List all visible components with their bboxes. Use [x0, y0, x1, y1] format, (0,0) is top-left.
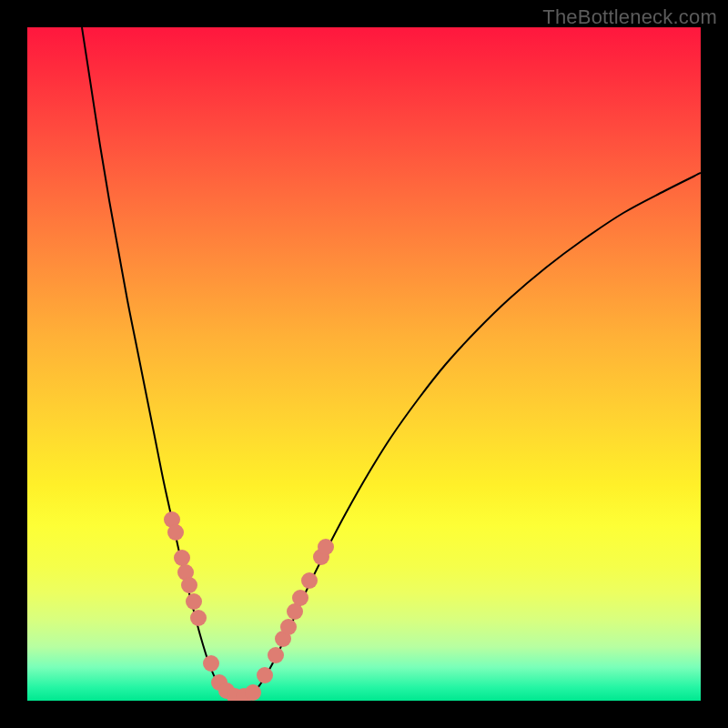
- data-marker: [190, 610, 207, 626]
- data-marker: [245, 684, 261, 701]
- data-marker: [167, 524, 184, 541]
- data-marker: [268, 647, 284, 663]
- markers-group: [164, 511, 334, 701]
- data-marker: [174, 550, 190, 566]
- data-marker: [181, 577, 197, 593]
- data-marker: [203, 655, 219, 672]
- data-marker: [292, 590, 308, 606]
- bottleneck-curve: [82, 27, 701, 700]
- data-marker: [280, 619, 297, 635]
- curve-svg: [27, 27, 701, 701]
- chart-stage: TheBottleneck.com: [0, 0, 728, 728]
- data-marker: [186, 593, 202, 610]
- watermark-text: TheBottleneck.com: [542, 5, 717, 29]
- data-marker: [257, 667, 273, 683]
- plot-area: [27, 27, 701, 701]
- data-marker: [301, 572, 318, 589]
- data-marker: [318, 539, 334, 555]
